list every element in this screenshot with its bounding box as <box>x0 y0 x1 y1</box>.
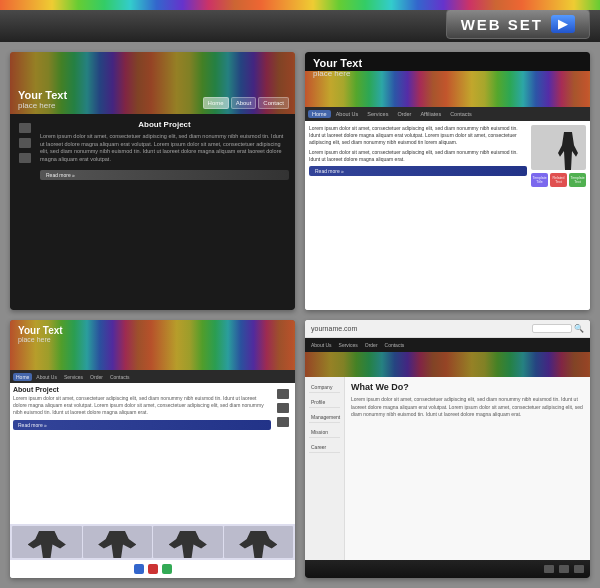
p4-sidebar-mission[interactable]: Mission <box>309 427 340 438</box>
p3-thumbnail-strip <box>10 524 295 560</box>
p4-bottom-icon-2 <box>559 565 569 573</box>
p2-box-2: Related Text <box>550 173 567 187</box>
p3-icon-2 <box>277 403 289 413</box>
p1-nav: Home About Contact <box>203 97 289 109</box>
p1-header: Your Text place here Home About Contact <box>10 52 295 114</box>
p3-thumb-1[interactable] <box>12 526 82 558</box>
search-icon[interactable]: 🔍 <box>574 324 584 333</box>
p4-nav-about[interactable]: About Us <box>308 341 335 349</box>
p4-search-area: 🔍 <box>532 324 584 333</box>
p1-body-text: Lorem ipsum dolor sit amet, consectetuer… <box>40 133 289 164</box>
p3-body-text: Lorem ipsum dolor sit amet, consectetuer… <box>13 395 271 416</box>
p3-thumb-3[interactable] <box>153 526 223 558</box>
p3-read-more[interactable]: Read more » <box>13 420 271 430</box>
p2-right-panel: Template Title Related Text Template Tex… <box>531 125 586 306</box>
p2-subtitle: place here <box>313 69 362 78</box>
p3-section-title: About Project <box>13 386 271 393</box>
p1-icon-3 <box>19 153 31 163</box>
p1-title-block: Your Text place here <box>18 89 67 110</box>
rainbow-strip-top <box>0 0 600 10</box>
p2-body: Lorem ipsum dolor sit amet, consectetuer… <box>305 121 590 310</box>
p3-nav-about[interactable]: About Us <box>33 373 60 381</box>
p1-icon-1 <box>19 123 31 133</box>
p3-nav-contacts[interactable]: Contacts <box>107 373 133 381</box>
p4-main: What We Do? Lorem ipsum dolor sit amet, … <box>345 377 590 560</box>
p2-nav-home[interactable]: Home <box>308 110 331 118</box>
p3-thumb-4[interactable] <box>224 526 294 558</box>
p4-bottom-icon-1 <box>544 565 554 573</box>
p4-rainbow-section <box>305 352 590 377</box>
p2-small-boxes: Template Title Related Text Template Tex… <box>531 173 586 187</box>
p1-section-title: About Project <box>40 120 289 129</box>
p4-bottom-icon-3 <box>574 565 584 573</box>
p3-subtitle: place here <box>18 336 63 343</box>
p4-sidebar-career[interactable]: Career <box>309 442 340 453</box>
p2-read-more[interactable]: Read more » <box>309 166 527 176</box>
p1-title: Your Text <box>18 89 67 101</box>
p4-sidebar-company[interactable]: Company <box>309 382 340 393</box>
panel-3: Your Text place here Home About Us Servi… <box>10 320 295 578</box>
p3-body: About Project Lorem ipsum dolor sit amet… <box>10 383 295 524</box>
p2-main-content: Lorem ipsum dolor sit amet, consectetuer… <box>309 125 527 306</box>
p2-title: Your Text <box>313 57 362 69</box>
p2-nav-affiliates[interactable]: Affiliates <box>416 110 445 118</box>
p4-section-title: What We Do? <box>351 382 584 392</box>
p1-nav-contact[interactable]: Contact <box>258 97 289 109</box>
p4-nav-order[interactable]: Order <box>362 341 381 349</box>
p2-box-1: Template Title <box>531 173 548 187</box>
p3-nav-order[interactable]: Order <box>87 373 106 381</box>
p3-color-dots <box>10 560 295 578</box>
panel-1: Your Text place here Home About Contact … <box>10 52 295 310</box>
p4-nav-contacts[interactable]: Contacts <box>382 341 408 349</box>
p1-nav-about[interactable]: About <box>231 97 257 109</box>
p3-title: Your Text <box>18 325 63 336</box>
main-area: Your Text place here Home About Contact … <box>0 42 600 588</box>
p1-icon-2 <box>19 138 31 148</box>
p3-nav-services[interactable]: Services <box>61 373 86 381</box>
color-dot-blue[interactable] <box>134 564 144 574</box>
p4-bottom-bar <box>305 560 590 578</box>
p2-box-3: Template Text <box>569 173 586 187</box>
arrow-icon: ▶ <box>558 17 569 31</box>
arrow-button[interactable]: ▶ <box>551 15 575 33</box>
p1-content: About Project Lorem ipsum dolor sit amet… <box>40 120 289 304</box>
p4-nav-services[interactable]: Services <box>336 341 361 349</box>
p4-body-text: Lorem ipsum dolor sit amet, consectetuer… <box>351 396 584 419</box>
web-set-badge: WEB SET ▶ <box>446 9 590 39</box>
panel-4: yourname.com 🔍 About Us Services Order C… <box>305 320 590 578</box>
p2-body-text1: Lorem ipsum dolor sit amet, consectetuer… <box>309 125 527 146</box>
p2-header: Your Text place here <box>305 52 590 107</box>
color-dot-red[interactable] <box>148 564 158 574</box>
color-dot-green[interactable] <box>162 564 172 574</box>
p2-box-2-label: Related Text <box>550 176 567 184</box>
header-title: WEB SET <box>461 16 543 33</box>
p4-nav-bar: About Us Services Order Contacts <box>305 338 590 352</box>
header-bar: WEB SET ▶ <box>0 0 600 42</box>
guitarist-silhouette <box>558 132 578 170</box>
p4-sidebar-management[interactable]: Management <box>309 412 340 423</box>
p4-top-bar: yourname.com 🔍 <box>305 320 590 338</box>
p3-thumb-2[interactable] <box>83 526 153 558</box>
p3-icon-3 <box>277 417 289 427</box>
p2-box-1-label: Template Title <box>531 176 548 184</box>
p2-body-text2: Lorem ipsum dolor sit amet, consectetuer… <box>309 149 527 163</box>
p2-nav-services[interactable]: Services <box>363 110 392 118</box>
p3-nav-home[interactable]: Home <box>13 373 32 381</box>
p4-sidebar-profile[interactable]: Profile <box>309 397 340 408</box>
p2-nav-bar: Home About Us Services Order Affiliates … <box>305 107 590 121</box>
p4-sidebar: Company Profile Management Mission Caree… <box>305 377 345 560</box>
p2-nav-about[interactable]: About Us <box>332 110 363 118</box>
p3-icon-1 <box>277 389 289 399</box>
p2-box-3-label: Template Text <box>569 176 586 184</box>
p4-body: Company Profile Management Mission Caree… <box>305 377 590 560</box>
p3-right-icons <box>274 386 292 521</box>
p2-nav-contacts[interactable]: Contacts <box>446 110 476 118</box>
p4-search-input[interactable] <box>532 324 572 333</box>
p2-nav-order[interactable]: Order <box>393 110 415 118</box>
p1-nav-home[interactable]: Home <box>203 97 229 109</box>
p3-nav-bar: Home About Us Services Order Contacts <box>10 370 295 383</box>
p3-title-block: Your Text place here <box>18 325 63 343</box>
p1-read-more[interactable]: Read more » <box>40 170 289 180</box>
p3-content: About Project Lorem ipsum dolor sit amet… <box>13 386 271 521</box>
p2-image <box>531 125 586 170</box>
